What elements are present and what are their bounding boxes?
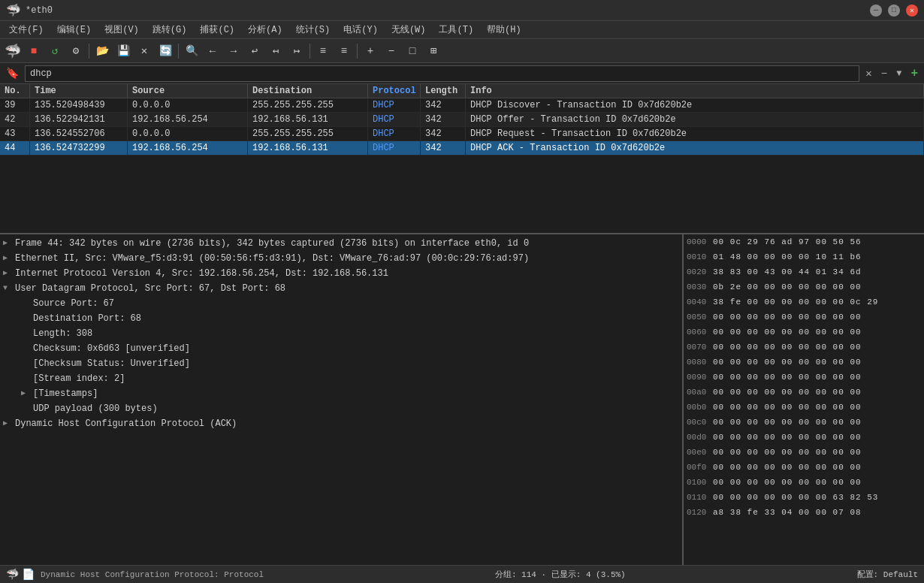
toolbar-colorize-button[interactable]: ≡ — [313, 41, 333, 61]
packet-no: 39 — [0, 98, 30, 112]
packet-len: 342 — [421, 113, 466, 126]
close-button[interactable]: ✕ — [906, 5, 918, 17]
detail-ethernet[interactable]: ▶ Ethernet II, Src: VMware_f5:d3:91 (00:… — [0, 251, 682, 266]
packet-no: 43 — [0, 127, 30, 140]
packet-src: 192.168.56.254 — [128, 113, 248, 126]
hex-bytes: 00 00 00 00 00 00 00 00 00 — [713, 325, 921, 339]
hex-offset: 0120 — [687, 506, 713, 519]
menu-view[interactable]: 视图(V) — [98, 22, 145, 38]
toolbar-search-button[interactable]: 🔍 — [182, 41, 201, 61]
menu-file[interactable]: 文件(F) — [3, 22, 50, 38]
toolbar-reload-button[interactable]: 🔄 — [156, 41, 175, 61]
detail-frame[interactable]: ▶ Frame 44: 342 bytes on wire (2736 bits… — [0, 236, 682, 251]
hex-offset: 0040 — [687, 295, 713, 309]
toolbar-zoom-out-button[interactable]: − — [382, 41, 401, 61]
toolbar-shark-icon[interactable]: 🦈 — [3, 41, 23, 61]
packet-info: DHCP Offer - Transaction ID 0x7d620b2e — [466, 113, 924, 126]
table-row[interactable]: 42 136.522942131 192.168.56.254 192.168.… — [0, 113, 924, 127]
filter-dropdown-button[interactable]: ▼ — [893, 68, 904, 79]
status-profile: 配置: Default — [857, 569, 918, 580]
toolbar-save-button[interactable]: 💾 — [113, 41, 133, 61]
packet-len: 342 — [421, 127, 466, 140]
toolbar-stop-button[interactable]: ■ — [24, 41, 44, 61]
detail-ip[interactable]: ▶ Internet Protocol Version 4, Src: 192.… — [0, 266, 682, 281]
menu-capture[interactable]: 捕获(C) — [194, 22, 240, 38]
detail-stream-text: [Stream index: 2] — [33, 372, 125, 385]
hex-row: 00f0 00 00 00 00 00 00 00 00 00 — [684, 460, 924, 475]
expand-icon: ▶ — [3, 267, 15, 280]
hex-row: 0030 0b 2e 00 00 00 00 00 00 00 — [684, 279, 924, 295]
toolbar-open-button[interactable]: 📂 — [92, 41, 112, 61]
toolbar-restart-button[interactable]: ↺ — [45, 41, 65, 61]
hex-bytes: 00 00 00 00 00 00 00 63 82 53 — [713, 491, 921, 504]
toolbar-first-button[interactable]: ↩ — [245, 41, 264, 61]
toolbar-zoom-reset-button[interactable]: □ — [403, 41, 422, 61]
detail-length-text: Length: 308 — [33, 327, 92, 340]
packet-info: DHCP ACK - Transaction ID 0x7d620b2e — [466, 141, 924, 155]
detail-timestamps[interactable]: ▶ [Timestamps] — [0, 386, 682, 401]
packet-src: 0.0.0.0 — [128, 98, 248, 112]
detail-checksum-status[interactable]: [Checksum Status: Unverified] — [0, 356, 682, 371]
hex-row: 00d0 00 00 00 00 00 00 00 00 00 — [684, 430, 924, 445]
toolbar-next-button[interactable]: → — [224, 41, 243, 61]
toolbar-fwd-button[interactable]: ↦ — [287, 41, 306, 61]
hex-offset: 00b0 — [687, 400, 713, 414]
detail-src-port[interactable]: Source Port: 67 — [0, 296, 682, 311]
header-protocol: Protocol — [368, 84, 421, 98]
hex-offset: 0010 — [687, 250, 713, 264]
hex-offset: 0070 — [687, 340, 713, 354]
detail-dst-port[interactable]: Destination Port: 68 — [0, 311, 682, 326]
table-row[interactable]: 39 135.520498439 0.0.0.0 255.255.255.255… — [0, 98, 924, 113]
hex-bytes: 00 00 00 00 00 00 00 00 00 — [713, 461, 921, 474]
hex-offset: 0060 — [687, 325, 713, 339]
title-bar-left: 🦈 *eth0 — [6, 3, 53, 18]
hex-bytes: 00 0c 29 76 ad 97 00 50 56 — [713, 235, 921, 249]
toolbar-close-button[interactable]: ✕ — [134, 41, 154, 61]
toolbar-sep-3 — [310, 44, 310, 59]
hex-offset: 0050 — [687, 310, 713, 324]
toolbar-autoscroll-button[interactable]: ≡ — [334, 41, 354, 61]
filter-minus-button[interactable]: − — [878, 68, 890, 80]
hex-row: 00a0 00 00 00 00 00 00 00 00 00 — [684, 385, 924, 400]
packet-time: 136.522942131 — [30, 113, 128, 126]
toolbar-zoom-in-button[interactable]: + — [361, 41, 380, 61]
detail-udp-payload[interactable]: UDP payload (300 bytes) — [0, 401, 682, 416]
table-row[interactable]: 43 136.524552706 0.0.0.0 255.255.255.255… — [0, 127, 924, 141]
detail-dhcp[interactable]: ▶ Dynamic Host Configuration Protocol (A… — [0, 416, 682, 431]
hex-offset: 0030 — [687, 280, 713, 294]
table-row[interactable]: 44 136.524732299 192.168.56.254 192.168.… — [0, 141, 924, 156]
detail-pane: ▶ Frame 44: 342 bytes on wire (2736 bits… — [0, 234, 684, 565]
hex-bytes: 00 00 00 00 00 00 00 00 00 — [713, 310, 921, 324]
menu-analyze[interactable]: 分析(A) — [242, 22, 288, 38]
toolbar-options-button[interactable]: ⚙ — [66, 41, 86, 61]
filter-icon: 🔖 — [3, 67, 22, 80]
toolbar-back-button[interactable]: ↤ — [266, 41, 285, 61]
toolbar-sep-2 — [178, 44, 179, 59]
menu-help[interactable]: 帮助(H) — [481, 22, 527, 38]
minimize-button[interactable]: — — [870, 5, 882, 17]
hex-row: 00e0 00 00 00 00 00 00 00 00 00 — [684, 445, 924, 460]
toolbar-resize-button[interactable]: ⊞ — [424, 41, 443, 61]
menu-edit[interactable]: 编辑(E) — [51, 22, 98, 38]
maximize-button[interactable]: □ — [888, 5, 900, 17]
packet-dst: 192.168.56.131 — [248, 113, 368, 126]
detail-udp[interactable]: ▼ User Datagram Protocol, Src Port: 67, … — [0, 281, 682, 296]
filter-input[interactable] — [25, 65, 859, 82]
menu-stats[interactable]: 统计(S) — [290, 22, 337, 38]
menu-tools[interactable]: 工具(T) — [433, 22, 479, 38]
filter-add-button[interactable]: + — [907, 67, 921, 80]
header-destination: Destination — [248, 84, 368, 98]
detail-checksum[interactable]: Checksum: 0x6d63 [unverified] — [0, 341, 682, 356]
header-time: Time — [30, 84, 128, 98]
menu-wireless[interactable]: 无线(W) — [385, 22, 432, 38]
detail-length[interactable]: Length: 308 — [0, 326, 682, 341]
detail-stream-index[interactable]: [Stream index: 2] — [0, 371, 682, 386]
menu-go[interactable]: 跳转(G) — [146, 22, 193, 38]
status-shark-icon: 🦈 — [6, 568, 19, 581]
hex-offset: 00d0 — [687, 430, 713, 444]
menu-phone[interactable]: 电话(Y) — [337, 22, 384, 38]
expand-icon: ▼ — [3, 282, 15, 295]
toolbar-prev-button[interactable]: ← — [203, 41, 222, 61]
header-info: Info — [466, 84, 924, 98]
filter-clear-button[interactable]: ✕ — [862, 67, 874, 80]
